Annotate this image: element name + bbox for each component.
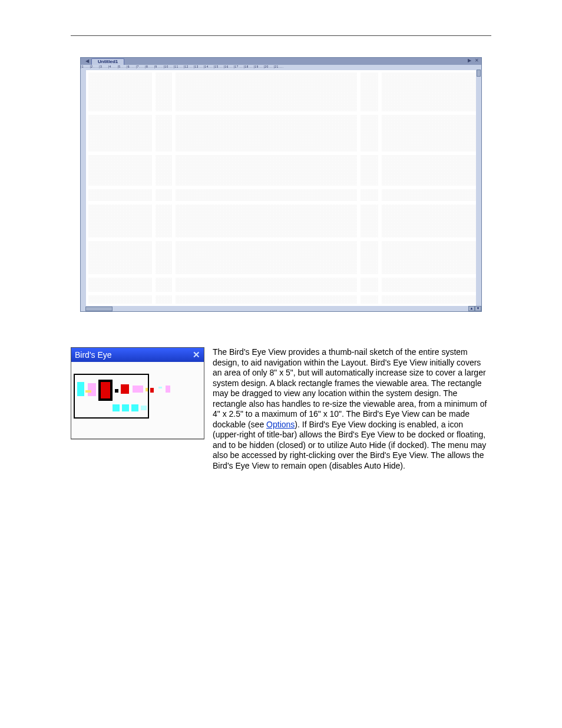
birds-eye-viewport-frame[interactable] (74, 374, 149, 419)
layout-tab-bar: ◀ Untitled1 ▶ ✕ (81, 58, 481, 65)
tab-scroll-right-icon[interactable]: ▶ (467, 58, 472, 63)
layout-window: ◀ Untitled1 ▶ ✕ |1......|2......|3......… (80, 57, 482, 312)
page-divider (71, 35, 491, 36)
birds-eye-description: The Bird's Eye View provides a thumb-nai… (211, 347, 491, 471)
birds-eye-window: Bird's Eye ✕ (71, 347, 204, 439)
tab-close-icon[interactable]: ✕ (474, 58, 480, 63)
birds-eye-title: Bird's Eye (75, 350, 112, 360)
birds-eye-titlebar[interactable]: Bird's Eye ✕ (71, 348, 204, 362)
vertical-ruler (81, 70, 86, 306)
options-link[interactable]: Options (266, 420, 295, 429)
layout-tab-untitled[interactable]: Untitled1 (91, 58, 124, 65)
h-scroll-thumb[interactable] (85, 307, 113, 311)
scroll-up-icon[interactable]: ▲ (468, 306, 475, 311)
tab-scroll-left-icon[interactable]: ◀ (84, 59, 90, 64)
birds-eye-canvas[interactable] (71, 362, 204, 439)
horizontal-scrollbar[interactable]: ▲ ▼ (81, 306, 481, 311)
vertical-scrollbar[interactable] (476, 65, 481, 306)
scroll-down-icon[interactable]: ▼ (475, 306, 481, 311)
v-scroll-thumb[interactable] (477, 70, 481, 77)
horizontal-ruler: |1......|2......|3......|4......|5......… (81, 65, 481, 70)
close-icon[interactable]: ✕ (193, 351, 200, 359)
layout-canvas[interactable] (86, 70, 481, 306)
